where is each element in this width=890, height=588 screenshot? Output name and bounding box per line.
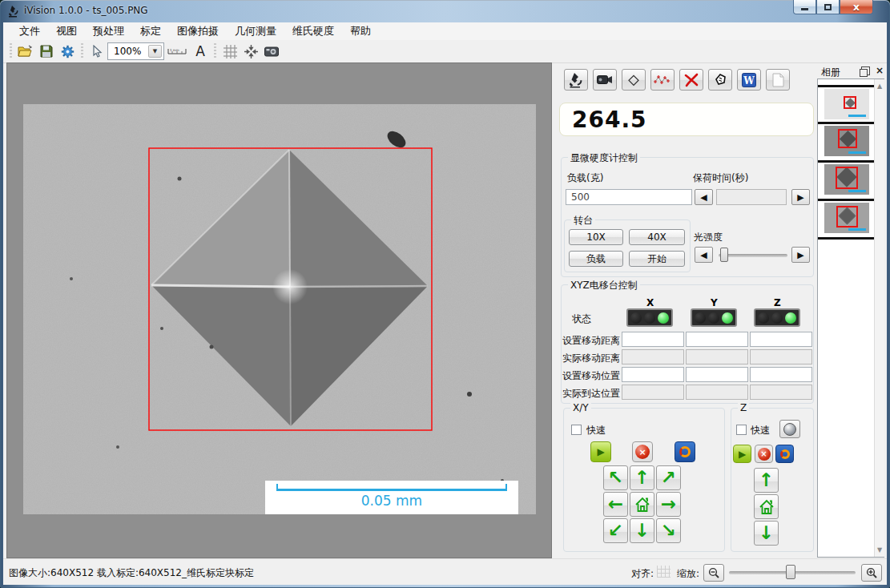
dwell-decrease-button[interactable]: ◀ [695, 189, 713, 205]
zoom-slider-thumb[interactable] [786, 565, 795, 579]
set-move-position-z-input[interactable] [750, 367, 812, 382]
delete-measure-button[interactable] [679, 69, 703, 91]
snapshot-tool-button[interactable] [261, 42, 282, 61]
load-input[interactable] [566, 189, 692, 205]
album-thumbnail-3[interactable] [824, 164, 869, 195]
set-move-distance-y-input[interactable] [686, 332, 748, 347]
turret-load-button[interactable]: 负载 [569, 251, 623, 267]
menu-vickers-hardness[interactable]: 维氏硬度 [284, 22, 342, 40]
jog-left-button[interactable]: ← [603, 492, 628, 517]
open-file-button[interactable] [15, 42, 36, 61]
grid-tool-button[interactable] [219, 42, 240, 61]
chevron-down-icon[interactable]: ▼ [148, 45, 162, 58]
dwell-increase-button[interactable]: ▶ [791, 189, 810, 205]
xy-reset-button[interactable] [675, 441, 695, 462]
menu-image-capture[interactable]: 图像拍摄 [169, 22, 227, 40]
menu-view[interactable]: 视图 [48, 22, 85, 40]
right-arrow-icon: → [661, 495, 676, 513]
album-scrollbar[interactable]: ▲ ▼ [874, 79, 884, 557]
align-grid-icon[interactable] [657, 566, 671, 578]
light-slider-thumb[interactable] [720, 248, 728, 262]
z-stop-button[interactable]: × [755, 445, 773, 463]
xy-start-button[interactable]: ▶ [590, 441, 611, 462]
tester-control-button[interactable] [564, 69, 588, 91]
actual-move-distance-z-field [750, 349, 812, 364]
indent-measure-button[interactable] [622, 69, 646, 91]
objective-10x-button[interactable]: 10X [569, 229, 623, 245]
zoom-select[interactable]: 100% ▼ [107, 42, 164, 60]
center-cross-tool-button[interactable] [240, 42, 261, 61]
album-title: 相册 [821, 66, 840, 79]
jog-up-left-button[interactable]: ↖ [603, 465, 628, 490]
close-button[interactable]: x [840, 0, 873, 14]
thumb-red-rect [844, 96, 856, 109]
save-button[interactable] [36, 42, 57, 61]
menu-geometry-measure[interactable]: 几何测量 [227, 22, 284, 40]
scalebar-tool-button[interactable]: 1 mm [164, 42, 190, 61]
settings-button[interactable] [57, 42, 78, 61]
z-knob-button[interactable] [779, 420, 800, 438]
text-tool-button[interactable]: A [190, 42, 211, 61]
light-slider-track[interactable] [719, 254, 787, 257]
window-title: iVision 1.0.0 - ts_005.PNG [24, 5, 148, 16]
light-decrease-button[interactable]: ◀ [695, 247, 713, 263]
image-viewport[interactable]: 0.05 mm [6, 62, 552, 558]
load-label: 负载(克) [567, 171, 603, 185]
magnifier-minus-icon [708, 567, 720, 579]
album-thumbnail-4[interactable] [824, 203, 869, 233]
xy-home-button[interactable] [630, 492, 654, 517]
maximize-button[interactable] [816, 0, 840, 14]
album-thumbnail-1[interactable] [824, 89, 869, 119]
menu-preprocess[interactable]: 预处理 [85, 22, 132, 40]
set-move-position-x-input[interactable] [622, 367, 684, 382]
z-fast-checkbox[interactable] [736, 425, 747, 435]
float-panel-icon[interactable] [861, 66, 870, 75]
crosshair-icon [244, 45, 258, 58]
microscope-icon [569, 72, 583, 88]
set-move-distance-z-input[interactable] [750, 332, 812, 347]
z-start-button[interactable]: ▶ [733, 445, 751, 463]
minimize-button[interactable] [793, 0, 816, 14]
clear-hand-button[interactable] [708, 69, 732, 91]
play-icon: ▶ [597, 446, 604, 457]
scroll-up-icon[interactable]: ▲ [875, 81, 884, 91]
scale-bar-bracket [276, 484, 507, 491]
title-bar[interactable]: iVision 1.0.0 - ts_005.PNG x [0, 0, 890, 22]
scroll-down-icon[interactable]: ▼ [875, 545, 884, 555]
z-home-button[interactable] [754, 494, 779, 519]
jog-down-left-button[interactable]: ↙ [603, 518, 628, 543]
zoom-in-button[interactable] [861, 564, 882, 582]
xy-fast-checkbox[interactable] [571, 425, 582, 435]
light-increase-button[interactable]: ▶ [791, 247, 810, 263]
album-close-button[interactable]: × [876, 65, 884, 76]
objective-40x-button[interactable]: 40X [629, 229, 685, 245]
live-video-button[interactable] [593, 69, 617, 91]
export-word-button[interactable]: W [737, 69, 761, 91]
micrograph-image[interactable]: 0.05 mm [23, 104, 536, 514]
down-right-arrow-icon: ↘ [661, 522, 676, 540]
turret-start-button[interactable]: 开始 [629, 251, 685, 267]
thumbnail-separator [818, 199, 874, 201]
jog-up-button[interactable]: ↑ [630, 465, 654, 490]
xy-stop-button[interactable]: × [632, 441, 653, 462]
album-thumbnail-2[interactable] [824, 126, 869, 156]
menu-calibration[interactable]: 标定 [132, 22, 169, 40]
z-jog-up-button[interactable]: ↑ [754, 468, 779, 493]
new-page-button[interactable] [766, 69, 790, 91]
point-measure-button[interactable] [650, 69, 675, 91]
z-reset-button[interactable] [775, 445, 794, 463]
jog-up-right-button[interactable]: ↗ [656, 465, 681, 490]
set-move-distance-x-input[interactable] [622, 332, 684, 347]
jog-right-button[interactable]: → [656, 492, 681, 517]
jog-down-right-button[interactable]: ↘ [656, 518, 681, 543]
pointer-tool-button[interactable] [87, 42, 107, 61]
menu-file[interactable]: 文件 [11, 22, 48, 40]
screen: iVision 1.0.0 - ts_005.PNG x 文件 视图 预处理 标… [0, 0, 890, 588]
jog-down-button[interactable]: ↓ [630, 518, 654, 543]
menu-help[interactable]: 帮助 [342, 22, 379, 40]
set-move-position-y-input[interactable] [686, 367, 748, 382]
zoom-out-button[interactable] [703, 564, 724, 582]
z-jog-down-button[interactable]: ↓ [754, 521, 779, 546]
dwell-time-input[interactable] [716, 189, 787, 205]
app-window: iVision 1.0.0 - ts_005.PNG x 文件 视图 预处理 标… [0, 0, 890, 588]
